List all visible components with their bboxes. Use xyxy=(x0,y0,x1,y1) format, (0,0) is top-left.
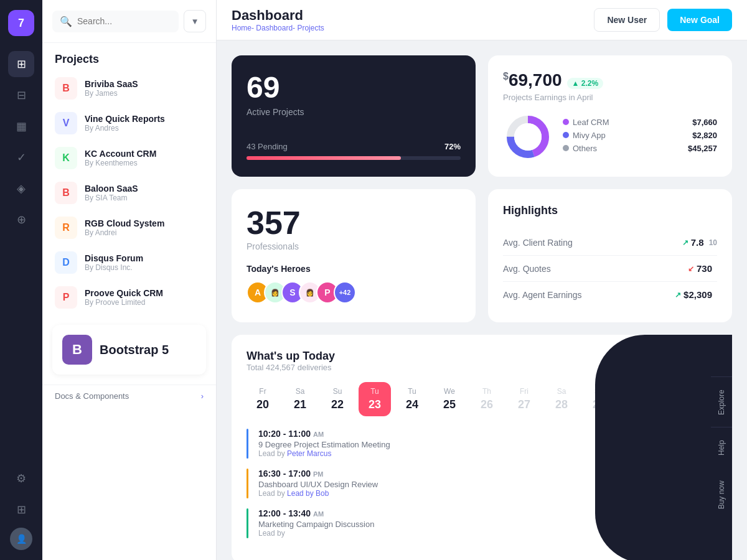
highlights-list: Avg. Client Rating ↗ 7.8 10 Avg. Quotes … xyxy=(503,230,717,307)
calendar-day[interactable]: Su22 xyxy=(321,382,354,416)
dollar-sign: $ xyxy=(503,71,509,82)
calendar-day[interactable]: Sa28 xyxy=(545,382,578,416)
bootstrap-icon: B xyxy=(62,335,92,365)
calendar-day[interactable]: Su29 xyxy=(583,382,615,416)
legend-leaf-crm: Leaf CRM $7,660 xyxy=(563,118,717,127)
calendar-day[interactable]: Th26 xyxy=(471,382,503,416)
event-item: 12:00 - 13:40 AM Marketing Campaign Disc… xyxy=(247,508,717,538)
legend-mivy-app: Mivy App $2,820 xyxy=(563,131,717,140)
search-input[interactable] xyxy=(77,16,171,26)
avatar-more: +42 xyxy=(334,281,356,304)
calendar-day[interactable]: Fri27 xyxy=(508,382,540,416)
calendar-day[interactable]: Mo30 xyxy=(620,382,652,416)
page-title: Dashboard xyxy=(232,7,594,24)
side-tabs: Explore Help Buy now xyxy=(711,376,732,521)
donut-chart xyxy=(503,112,553,162)
professionals-label: Professionals xyxy=(247,241,461,251)
highlight-row: Avg. Client Rating ↗ 7.8 10 xyxy=(503,230,717,256)
new-goal-button[interactable]: New Goal xyxy=(667,9,732,31)
project-item[interactable]: D Disqus Forum By Disqus Inc. xyxy=(42,245,216,280)
heroes-section: Today's Heroes A 👩 S 👩 P +42 xyxy=(247,264,461,304)
nav-icon-chart[interactable]: ▦ xyxy=(8,113,34,139)
project-item[interactable]: B Briviba SaaS By James xyxy=(42,71,216,106)
docs-bar[interactable]: Docs & Components › xyxy=(42,385,216,407)
calendar-subtitle: Total 424,567 deliveries xyxy=(247,363,717,372)
professionals-card: 357 Professionals Today's Heroes A 👩 S 👩… xyxy=(232,189,476,322)
side-tab-explore[interactable]: Explore xyxy=(711,376,732,427)
earnings-badge: ▲ 2.2% xyxy=(567,78,604,89)
event-lead-link[interactable]: Lead by Bob xyxy=(287,489,329,498)
calendar-day[interactable]: Tu24 xyxy=(396,382,428,416)
nav-icon-dashboard[interactable]: ⊞ xyxy=(8,51,34,77)
percent-text: 72% xyxy=(444,142,461,151)
project-item[interactable]: V Vine Quick Reports By Andres xyxy=(42,106,216,141)
calendar-day[interactable]: Sa21 xyxy=(284,382,316,416)
event-lead-link[interactable]: Peter Marcus xyxy=(287,449,331,458)
donut-row: Leaf CRM $7,660 Mivy App $2,820 Others $… xyxy=(503,112,717,162)
calendar-day[interactable]: Fr20 xyxy=(247,382,279,416)
active-projects-label: Active Projects xyxy=(247,107,461,117)
nav-icon-grid2[interactable]: ⊞ xyxy=(8,497,34,523)
trend-arrow-down: ↙ xyxy=(688,264,694,273)
bootstrap-label: Bootstrap 5 xyxy=(100,343,169,357)
docs-label: Docs & Components xyxy=(55,391,129,401)
topbar-actions: New User New Goal xyxy=(594,8,732,32)
svg-point-3 xyxy=(514,123,542,151)
docs-arrow: › xyxy=(201,391,204,401)
project-item[interactable]: R RGB Cloud System By Andrei xyxy=(42,210,216,245)
pending-text: 43 Pending xyxy=(247,142,288,151)
projects-list: B Briviba SaaS By James V Vine Quick Rep… xyxy=(42,71,216,315)
nav-bar: 7 ⊞ ⊟ ▦ ✓ ◈ ⊕ ⚙ ⊞ 👤 xyxy=(0,0,42,560)
filter-button[interactable]: ▼ xyxy=(184,10,206,32)
highlights-card: Highlights Avg. Client Rating ↗ 7.8 10 A… xyxy=(488,189,732,322)
event-item: 16:30 - 17:00 PM Dashboard UI/UX Design … xyxy=(247,469,717,498)
trend-arrow-up: ↗ xyxy=(682,238,688,247)
calendar-days: Fr20Sa21Su22Tu23Tu24We25Th26Fri27Sa28Su2… xyxy=(247,382,717,416)
nav-icon-settings[interactable]: ⚙ xyxy=(8,465,34,492)
main-area: Dashboard Home- Dashboard- Projects New … xyxy=(217,0,747,560)
earnings-amount: $69,700 xyxy=(503,70,562,90)
active-projects-number: 69 xyxy=(247,70,461,105)
legend-others: Others $45,257 xyxy=(563,144,717,153)
earnings-card: $69,700 ▲ 2.2% Projects Earnings in Apri… xyxy=(488,55,732,177)
highlight-row: Avg. Agent Earnings ↗ $2,309 xyxy=(503,282,717,307)
search-box[interactable]: 🔍 xyxy=(52,11,179,32)
side-tab-buynow[interactable]: Buy now xyxy=(711,468,732,521)
nav-user-avatar[interactable]: 👤 xyxy=(10,528,32,550)
project-item[interactable]: P Proove Quick CRM By Proove Limited xyxy=(42,280,216,315)
active-projects-card: 69 Active Projects 43 Pending 72% xyxy=(232,55,476,177)
heroes-title: Today's Heroes xyxy=(247,264,461,274)
sidebar-title: Projects xyxy=(42,43,216,71)
breadcrumb-dashboard: Dashboard- xyxy=(256,24,295,32)
progress-bar xyxy=(247,156,461,160)
topbar: Dashboard Home- Dashboard- Projects New … xyxy=(217,0,747,40)
sidebar-search-area: 🔍 ▼ xyxy=(42,0,216,43)
highlight-row: Avg. Quotes ↙ 730 xyxy=(503,256,717,282)
earnings-subtitle: Projects Earnings in April xyxy=(503,93,717,102)
donut-legend: Leaf CRM $7,660 Mivy App $2,820 Others $… xyxy=(563,118,717,157)
side-tab-help[interactable]: Help xyxy=(711,427,732,468)
content-area: 69 Active Projects 43 Pending 72% $69,70… xyxy=(217,40,747,560)
project-item[interactable]: K KC Account CRM By Keenthemes xyxy=(42,141,216,175)
search-icon: 🔍 xyxy=(60,16,72,27)
event-item: 10:20 - 11:00 AM 9 Degree Project Estima… xyxy=(247,429,717,459)
calendar-card: What's up Today Total 424,567 deliveries… xyxy=(232,335,732,560)
calendar-header: What's up Today Total 424,567 deliveries xyxy=(247,350,717,372)
nav-icon-check[interactable]: ✓ xyxy=(8,144,34,170)
avatars-row: A 👩 S 👩 P +42 xyxy=(247,281,461,304)
bootstrap-banner: B Bootstrap 5 xyxy=(52,325,206,375)
calendar-day[interactable]: We25 xyxy=(433,382,466,416)
nav-icon-layers[interactable]: ◈ xyxy=(8,175,34,202)
calendar-title: What's up Today xyxy=(247,350,717,363)
sidebar: 🔍 ▼ Projects B Briviba SaaS By James V V… xyxy=(42,0,217,560)
project-item[interactable]: B Baloon SaaS By SIA Team xyxy=(42,175,216,210)
nav-icon-briefcase[interactable]: ⊕ xyxy=(8,207,34,233)
new-user-button[interactable]: New User xyxy=(594,8,660,32)
professionals-number: 357 xyxy=(247,204,461,241)
calendar-day[interactable]: Tu23 xyxy=(359,382,391,416)
topbar-left: Dashboard Home- Dashboard- Projects xyxy=(232,7,594,32)
breadcrumb: Home- Dashboard- Projects xyxy=(232,24,594,32)
trend-arrow-up: ↗ xyxy=(675,291,681,299)
nav-icon-grid[interactable]: ⊟ xyxy=(8,82,34,108)
highlights-title: Highlights xyxy=(503,204,717,217)
